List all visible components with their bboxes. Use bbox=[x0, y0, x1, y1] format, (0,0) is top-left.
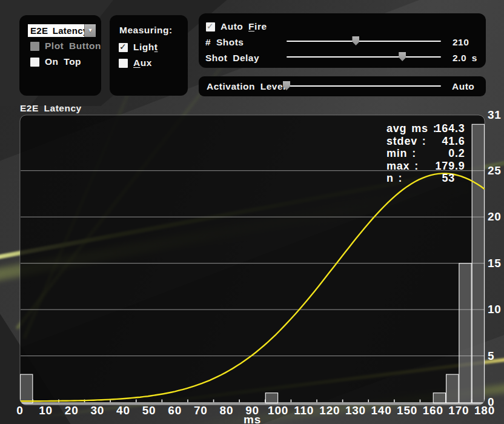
plot-button-checkbox: ✓ Plot Button bbox=[30, 41, 101, 51]
dropdown-arrow-button[interactable]: ▼ bbox=[84, 24, 96, 37]
svg-text:70: 70 bbox=[194, 404, 208, 417]
shot-delay-slider[interactable] bbox=[287, 56, 441, 58]
checkmark-icon: ✓ bbox=[119, 42, 127, 51]
light-label: Light bbox=[133, 42, 158, 53]
measurement-dropdown[interactable]: E2E Latency ▼ bbox=[28, 24, 96, 37]
light-checkbox[interactable]: ✓ Light bbox=[119, 42, 158, 53]
svg-text:min :: min : bbox=[386, 147, 416, 159]
activation-level-label: Activation Level bbox=[207, 81, 286, 92]
shots-slider-thumb[interactable] bbox=[352, 36, 359, 45]
svg-text:120: 120 bbox=[319, 404, 340, 417]
svg-text:164: 164 bbox=[436, 122, 455, 134]
svg-text:50: 50 bbox=[142, 404, 156, 417]
svg-text:40: 40 bbox=[116, 404, 130, 417]
light-checkbox-box[interactable]: ✓ bbox=[119, 43, 128, 52]
mode-panel: E2E Latency ▼ ✓ Plot Button ✓ On Top bbox=[19, 15, 101, 96]
on-top-label: On Top bbox=[45, 56, 81, 67]
aux-label: Aux bbox=[133, 58, 152, 68]
on-top-checkbox[interactable]: ✓ On Top bbox=[30, 56, 81, 67]
measurement-dropdown-value: E2E Latency bbox=[28, 25, 84, 36]
shots-label: # Shots bbox=[205, 37, 244, 48]
aux-checkbox-box[interactable]: ✓ bbox=[119, 59, 128, 68]
svg-text:100: 100 bbox=[268, 404, 288, 417]
svg-text:20: 20 bbox=[488, 210, 502, 223]
activation-panel: Activation Level Auto bbox=[199, 76, 486, 96]
svg-text:.2: .2 bbox=[455, 147, 465, 159]
shot-delay-label: Shot Delay bbox=[205, 53, 259, 64]
svg-text:130: 130 bbox=[345, 404, 366, 417]
ldat-window: 0102030405060708090100110120130140150160… bbox=[0, 0, 504, 424]
svg-text:60: 60 bbox=[168, 404, 182, 417]
svg-text:31: 31 bbox=[488, 108, 502, 121]
svg-text:150: 150 bbox=[397, 404, 417, 417]
activation-level-slider[interactable] bbox=[287, 85, 441, 87]
shot-delay-slider-thumb[interactable] bbox=[399, 52, 406, 61]
svg-text:110: 110 bbox=[294, 404, 314, 417]
svg-text:0: 0 bbox=[448, 147, 455, 159]
svg-text:25: 25 bbox=[488, 164, 502, 177]
aux-checkbox[interactable]: ✓ Aux bbox=[119, 58, 152, 68]
svg-text:15: 15 bbox=[488, 257, 502, 270]
auto-fire-label: Auto Fire bbox=[220, 21, 267, 32]
checkmark-icon: ✓ bbox=[207, 21, 214, 31]
svg-text:n :: n : bbox=[386, 172, 402, 184]
auto-fire-checkbox-box[interactable]: ✓ bbox=[206, 22, 215, 31]
svg-text:170: 170 bbox=[448, 404, 469, 417]
shot-delay-value: 2.0 s bbox=[453, 53, 477, 64]
svg-text:avg ms :: avg ms : bbox=[386, 122, 437, 134]
svg-text:0: 0 bbox=[488, 396, 494, 408]
shots-slider[interactable] bbox=[287, 41, 441, 42]
svg-text:30: 30 bbox=[90, 404, 104, 417]
on-top-checkbox-box[interactable]: ✓ bbox=[30, 58, 39, 67]
svg-text:.3: .3 bbox=[455, 122, 465, 134]
measuring-title: Measuring: bbox=[119, 25, 173, 36]
svg-text:10: 10 bbox=[39, 404, 53, 417]
svg-text:41: 41 bbox=[442, 135, 455, 147]
svg-text:20: 20 bbox=[65, 404, 79, 417]
auto-fire-checkbox[interactable]: ✓ Auto Fire bbox=[206, 21, 267, 32]
svg-text:.6: .6 bbox=[455, 135, 465, 147]
svg-text:5: 5 bbox=[488, 349, 494, 362]
svg-text:80: 80 bbox=[220, 404, 234, 417]
svg-text:0: 0 bbox=[16, 404, 23, 417]
svg-text:53: 53 bbox=[442, 172, 455, 184]
fire-panel: ✓ Auto Fire # Shots 210 Shot Delay 2.0 s bbox=[199, 13, 486, 68]
chart-title: E2E Latency bbox=[20, 103, 82, 114]
svg-text:.9: .9 bbox=[455, 160, 465, 172]
svg-text:140: 140 bbox=[371, 404, 392, 417]
shots-value: 210 bbox=[453, 37, 469, 48]
svg-text:max :: max : bbox=[386, 160, 419, 172]
svg-text:ms: ms bbox=[244, 413, 261, 424]
activation-level-value: Auto bbox=[452, 81, 474, 92]
chevron-down-icon: ▼ bbox=[88, 28, 93, 33]
measuring-panel: Measuring: ✓ Light ✓ Aux bbox=[110, 15, 188, 96]
svg-text:10: 10 bbox=[488, 303, 502, 316]
svg-text:stdev :: stdev : bbox=[386, 135, 426, 147]
svg-text:160: 160 bbox=[423, 404, 443, 417]
svg-text:179: 179 bbox=[436, 160, 455, 172]
plot-button-checkbox-box: ✓ bbox=[30, 42, 39, 51]
plot-button-label: Plot Button bbox=[45, 41, 101, 51]
